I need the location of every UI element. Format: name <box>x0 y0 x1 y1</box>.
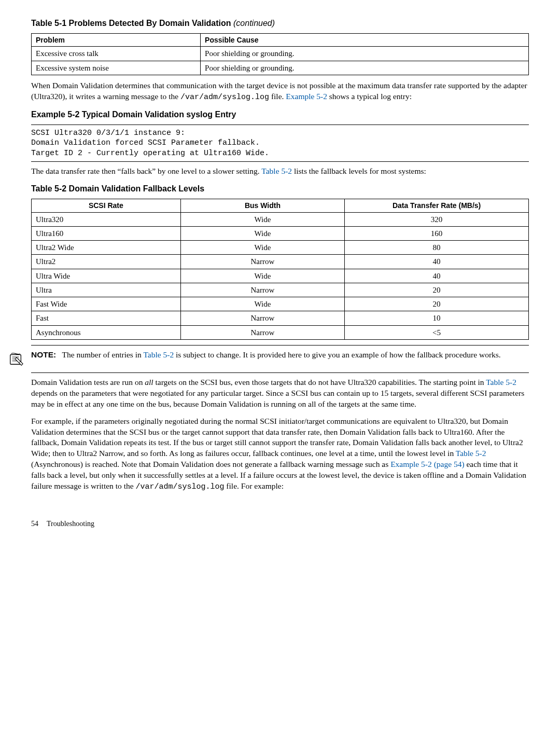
cell: Fast <box>32 311 181 325</box>
inline-code: /var/adm/syslog.log <box>135 482 224 491</box>
cell: 10 <box>345 311 529 325</box>
divider <box>31 345 529 346</box>
note-label: NOTE: <box>31 350 56 359</box>
link-table-5-2[interactable]: Table 5-2 <box>261 167 292 175</box>
link-example-5-2-page-54[interactable]: Example 5-2 (page 54) <box>390 460 464 468</box>
note-icon <box>8 350 24 369</box>
paragraph: For example, if the parameters originall… <box>31 416 529 493</box>
table-row: Ultra WideWide40 <box>32 269 529 283</box>
cell: 40 <box>345 269 529 283</box>
divider <box>31 125 529 125</box>
cell: Wide <box>180 226 344 240</box>
table-row: Excessive system noise Poor shielding or… <box>32 61 529 75</box>
text: shows a typical log entry: <box>327 92 412 101</box>
code-line: SCSI Ultra320 0/3/1/1 instance 9: <box>31 129 185 137</box>
section-title: Troubleshooting <box>47 520 94 528</box>
code-block: SCSI Ultra320 0/3/1/1 instance 9: Domain… <box>31 128 529 159</box>
table-5-1-continued: (continued) <box>231 19 275 27</box>
cell: Excessive system noise <box>32 61 201 75</box>
link-table-5-2[interactable]: Table 5-2 <box>486 378 516 386</box>
code-line: Target ID 2 - Currently operating at Ult… <box>31 149 269 158</box>
cell: Fast Wide <box>32 297 181 311</box>
table-row: Ultra320Wide320 <box>32 212 529 226</box>
cell: Ultra2 Wide <box>32 241 181 255</box>
text: is subject to change. It is provided her… <box>174 350 501 359</box>
code-line: Domain Validation forced SCSI Parameter … <box>31 139 260 147</box>
text: (Asynchronous) is reached. Note that Dom… <box>31 460 390 468</box>
link-example-5-2[interactable]: Example 5-2 <box>286 92 327 101</box>
cell: Narrow <box>180 255 344 269</box>
text: lists the fallback levels for most syste… <box>292 167 426 175</box>
table-row: AsynchronousNarrow<5 <box>32 325 529 339</box>
cell: Ultra160 <box>32 226 181 240</box>
text: file. <box>269 92 286 101</box>
col-header-problem: Problem <box>32 33 201 47</box>
table-row: Excessive cross talk Poor shielding or g… <box>32 47 529 61</box>
cell: Wide <box>180 297 344 311</box>
divider <box>31 161 529 162</box>
cell: Asynchronous <box>32 325 181 339</box>
cell: Ultra320 <box>32 212 181 226</box>
paragraph: When Domain Validation determines that c… <box>31 80 529 103</box>
col-header-scsi-rate: SCSI Rate <box>32 199 181 212</box>
cell: 40 <box>345 255 529 269</box>
cell: Narrow <box>180 311 344 325</box>
paragraph: The data transfer rate then “falls back”… <box>31 166 529 177</box>
text: depends on the parameters that were nego… <box>31 389 524 408</box>
example-5-2-heading: Example 5-2 Typical Domain Validation sy… <box>31 109 529 120</box>
table-row: Ultra2Narrow40 <box>32 255 529 269</box>
cell: Wide <box>180 212 344 226</box>
emphasis: all <box>145 378 153 386</box>
note-body: NOTE: The number of entries in Table 5-2… <box>31 350 529 361</box>
inline-code: /var/adm/syslog.log <box>180 93 269 102</box>
table-row: Ultra160Wide160 <box>32 226 529 240</box>
table-row: Problem Possible Cause <box>32 33 529 47</box>
cell: Poor shielding or grounding. <box>201 61 529 75</box>
paragraph: Domain Validation tests are run on all t… <box>31 377 529 410</box>
text: targets on the SCSI bus, even those targ… <box>153 378 486 386</box>
divider <box>31 372 529 373</box>
cell: Excessive cross talk <box>32 47 201 61</box>
table-5-1-title: Table 5-1 Problems Detected By Domain Va… <box>31 19 231 27</box>
cell: Ultra <box>32 283 181 297</box>
cell: Wide <box>180 241 344 255</box>
cell: 80 <box>345 241 529 255</box>
table-row: Ultra2 WideWide80 <box>32 241 529 255</box>
cell: Narrow <box>180 283 344 297</box>
cell: 160 <box>345 226 529 240</box>
text: For example, if the parameters originall… <box>31 417 523 458</box>
link-table-5-2[interactable]: Table 5-2 <box>143 350 174 359</box>
text: The data transfer rate then “falls back”… <box>31 167 261 175</box>
text: file. For example: <box>224 481 284 490</box>
cell: 20 <box>345 297 529 311</box>
col-header-cause: Possible Cause <box>201 33 529 47</box>
table-row: UltraNarrow20 <box>32 283 529 297</box>
table-5-2-caption: Table 5-2 Domain Validation Fallback Lev… <box>31 183 529 195</box>
cell: 320 <box>345 212 529 226</box>
cell: <5 <box>345 325 529 339</box>
cell: Wide <box>180 269 344 283</box>
cell: Narrow <box>180 325 344 339</box>
table-5-1: Problem Possible Cause Excessive cross t… <box>31 33 529 75</box>
text: Domain Validation tests are run on <box>31 378 145 386</box>
col-header-rate: Data Transfer Rate (MB/s) <box>345 199 529 212</box>
note-block: NOTE: The number of entries in Table 5-2… <box>8 350 529 369</box>
cell: Ultra Wide <box>32 269 181 283</box>
cell: Poor shielding or grounding. <box>201 47 529 61</box>
table-5-1-caption: Table 5-1 Problems Detected By Domain Va… <box>31 18 529 29</box>
cell: 20 <box>345 283 529 297</box>
table-row: SCSI Rate Bus Width Data Transfer Rate (… <box>32 199 529 212</box>
page-number: 54 <box>31 519 38 529</box>
page-footer: 54Troubleshooting <box>31 519 529 529</box>
col-header-bus-width: Bus Width <box>180 199 344 212</box>
text: The number of entries in <box>62 350 144 359</box>
table-row: FastNarrow10 <box>32 311 529 325</box>
table-row: Fast WideWide20 <box>32 297 529 311</box>
cell: Ultra2 <box>32 255 181 269</box>
link-table-5-2[interactable]: Table 5-2 <box>456 449 486 458</box>
table-5-2: SCSI Rate Bus Width Data Transfer Rate (… <box>31 199 529 340</box>
